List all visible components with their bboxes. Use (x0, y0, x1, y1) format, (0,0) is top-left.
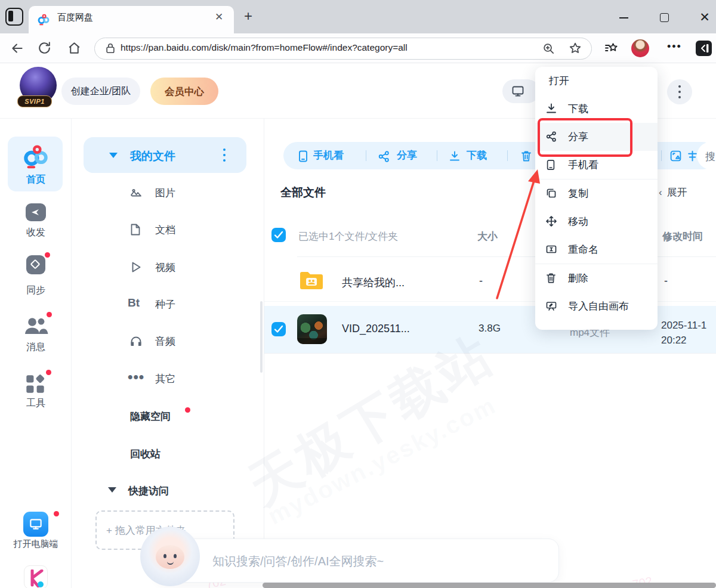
copy-icon (545, 187, 557, 199)
audio-category[interactable]: 音频 (155, 335, 175, 348)
toolbar-divider (366, 150, 366, 161)
hidden-space[interactable]: 隐藏空间 (130, 410, 171, 423)
my-files-label[interactable]: 我的文件 (130, 148, 175, 164)
context-menu: 打开 下载 分享 手机看 复制 移动 重命名 删除 (535, 67, 658, 330)
video-row-name[interactable]: VID_202511... (342, 323, 410, 335)
video-thumbnail[interactable] (297, 314, 327, 344)
rail-tools-label[interactable]: 工具 (0, 397, 72, 410)
folder-row-time: - (664, 275, 668, 287)
menu-item-open[interactable]: 打开 (535, 67, 658, 95)
ai-search-bar[interactable]: 知识搜索/问答/创作/AI全网搜索~ (156, 539, 559, 583)
tools-badge (46, 370, 51, 375)
toolbar-phone-view[interactable]: 手机看 (313, 148, 344, 162)
audio-category-icon[interactable] (129, 334, 143, 348)
column-modified[interactable]: 修改时间 (662, 230, 703, 243)
selection-count: 已选中1个文件/文件夹 (298, 230, 398, 243)
share-icon[interactable] (378, 150, 390, 163)
expand-panel-toggle[interactable]: ‹展开 (659, 185, 687, 199)
header-more-button[interactable] (667, 79, 692, 104)
annotation-highlight-box (538, 118, 632, 157)
new-tab-button[interactable]: + (240, 8, 257, 24)
quick-access-chevron-icon[interactable] (108, 487, 116, 493)
favorites-bar-icon[interactable] (604, 41, 619, 56)
open-pc-client-icon[interactable] (23, 512, 48, 537)
menu-item-delete[interactable]: 删除 (535, 264, 658, 292)
browser-sidebar-icon[interactable] (696, 41, 712, 56)
toolbar-download[interactable]: 下载 (467, 148, 487, 162)
toolbar-divider (437, 150, 437, 161)
folder-row-name[interactable]: 共享给我的... (342, 276, 405, 290)
quick-access[interactable]: 快捷访问 (128, 484, 169, 498)
menu-item-copy[interactable]: 复制 (535, 180, 658, 208)
vip-center-button[interactable]: 会员中心 (150, 78, 218, 105)
images-category-icon[interactable] (129, 185, 143, 200)
ai-search-placeholder: 知识搜索/问答/创作/AI全网搜索~ (212, 553, 384, 570)
tools-icon[interactable] (24, 373, 47, 395)
toolbar-divider (661, 150, 662, 161)
favorite-star-icon[interactable] (568, 41, 582, 55)
create-team-button[interactable]: 创建企业/团队 (61, 78, 140, 105)
video-row-time: 2025-11-120:22 (661, 318, 706, 348)
bt-category-icon[interactable]: Bt (128, 296, 140, 310)
lock-icon[interactable] (105, 42, 116, 54)
chevron-left-icon: ‹ (659, 187, 662, 198)
videos-category-icon[interactable] (129, 260, 143, 274)
rail-sync-label[interactable]: 同步 (0, 284, 72, 297)
app-logo-bottom[interactable] (24, 565, 48, 588)
svip-badge: SVIP1 (17, 95, 52, 107)
home-icon[interactable] (67, 41, 82, 56)
image-search-icon[interactable] (669, 150, 682, 162)
window-minimize-icon[interactable] (619, 17, 628, 18)
horizontal-scrollbar[interactable] (263, 583, 716, 588)
chevron-down-icon[interactable] (109, 153, 118, 158)
url-text[interactable]: https://pan.baidu.com/disk/main?from=hom… (121, 42, 408, 53)
zoom-page-icon[interactable] (542, 42, 555, 55)
window-close-icon[interactable]: ✕ (697, 10, 712, 25)
other-category-icon[interactable]: ••• (128, 369, 144, 385)
ai-mascot[interactable] (140, 527, 200, 586)
docs-category-icon[interactable] (129, 222, 143, 237)
my-files-more-icon[interactable] (223, 148, 226, 163)
recycle-bin[interactable]: 回收站 (130, 447, 161, 461)
messages-icon[interactable] (23, 315, 49, 336)
back-icon[interactable] (10, 41, 25, 56)
toolbar-divider (507, 150, 508, 161)
toolbar-share[interactable]: 分享 (397, 148, 417, 162)
images-category[interactable]: 图片 (155, 186, 175, 200)
refresh-icon[interactable] (37, 41, 53, 56)
rename-icon (545, 243, 557, 255)
rail-pc-label[interactable]: 打开电脑端 (0, 539, 72, 550)
menu-item-move[interactable]: 移动 (535, 208, 658, 236)
menu-item-import-canvas[interactable]: 导入自由画布 (535, 292, 658, 320)
pc-client-badge (54, 511, 59, 516)
baidu-pan-favicon (37, 13, 50, 26)
sync-icon[interactable] (26, 255, 45, 274)
select-all-checkbox[interactable] (271, 228, 286, 242)
phone-view-icon[interactable] (297, 150, 309, 163)
browser-menu-icon[interactable]: ••• (667, 44, 683, 51)
tree-scrollbar[interactable] (260, 301, 263, 373)
folder-row-size: - (479, 275, 483, 287)
messages-badge (47, 312, 52, 317)
column-size[interactable]: 大小 (477, 230, 498, 243)
pc-client-header-button[interactable] (502, 79, 539, 103)
move-icon (545, 215, 557, 227)
other-category[interactable]: 其它 (155, 372, 175, 386)
bt-category[interactable]: 种子 (155, 298, 175, 311)
tab-close-icon[interactable]: ✕ (212, 11, 226, 24)
rail-messages-label[interactable]: 消息 (0, 341, 72, 354)
videos-category[interactable]: 视频 (155, 261, 175, 274)
docs-category[interactable]: 文档 (155, 223, 175, 237)
download-icon[interactable] (449, 150, 461, 162)
delete-icon[interactable] (520, 150, 532, 163)
rail-send-label[interactable]: 收发 (0, 227, 72, 239)
browser-profile-avatar[interactable] (631, 39, 649, 57)
tab-actions-icon[interactable] (5, 8, 23, 26)
shared-folder-icon[interactable] (298, 268, 325, 291)
window-maximize-icon[interactable] (660, 13, 669, 22)
video-row-checkbox[interactable] (271, 322, 286, 336)
menu-item-rename[interactable]: 重命名 (535, 236, 658, 264)
screen: 百度网盘 ✕ + ✕ https://pan.baidu.com/disk/ma… (0, 0, 716, 588)
send-receive-icon[interactable] (26, 203, 46, 221)
baidu-pan-logo (22, 143, 50, 171)
